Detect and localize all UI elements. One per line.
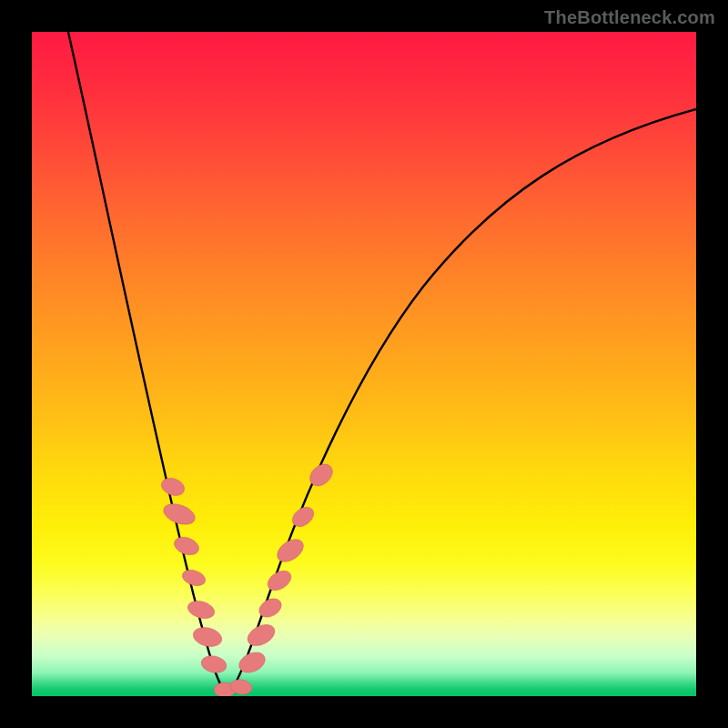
data-marker (161, 500, 198, 528)
data-marker (244, 621, 278, 651)
data-marker (159, 475, 187, 499)
data-marker (191, 624, 224, 649)
data-marker (256, 595, 285, 622)
data-marker (264, 567, 294, 594)
data-marker (236, 649, 268, 677)
data-marker (273, 535, 308, 567)
data-marker (186, 598, 217, 622)
data-marker (199, 653, 228, 674)
watermark-text: TheBottleneck.com (544, 7, 715, 28)
data-marker (172, 534, 201, 558)
data-marker (306, 460, 337, 490)
chart-frame: TheBottleneck.com (0, 0, 728, 728)
plot-area (32, 32, 696, 696)
data-marker (180, 567, 207, 588)
data-marker (288, 503, 318, 531)
marker-layer (32, 32, 696, 696)
